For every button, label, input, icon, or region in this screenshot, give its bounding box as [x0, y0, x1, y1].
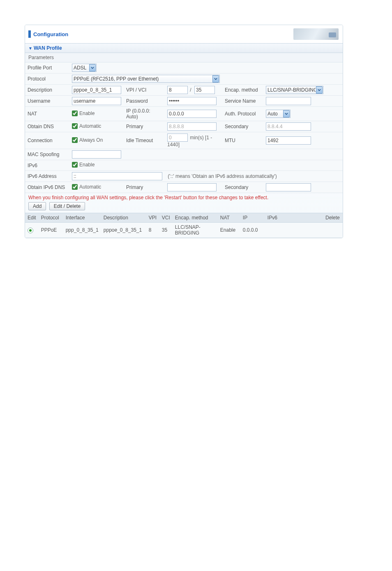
- th-interface: Interface: [63, 213, 101, 223]
- cell-vpi: 8: [146, 223, 159, 238]
- panel-title-row: Configuration: [25, 25, 343, 43]
- username-input[interactable]: [72, 97, 121, 105]
- encap-select-wrap[interactable]: LLC/SNAP-BRIDGING: [266, 86, 323, 94]
- th-ipv6: IPv6: [265, 213, 323, 223]
- th-ip: IP: [240, 213, 265, 223]
- label-description: Description: [25, 85, 69, 96]
- label-protocol: Protocol: [25, 74, 69, 85]
- label-obtain-ipv6-dns: Obtain IPv6 DNS: [25, 182, 69, 193]
- restart-note: When you finish configuring all WAN sett…: [25, 193, 343, 201]
- cell-encap: LLC/SNAP-BRIDGING: [173, 223, 218, 238]
- ip-input[interactable]: [167, 110, 217, 118]
- label-secondary-dns: Secondary: [222, 121, 263, 132]
- caret-down-icon: ▼: [28, 46, 32, 51]
- label-ipv6-address: IPv6 Address: [25, 171, 69, 182]
- th-protocol: Protocol: [39, 213, 63, 223]
- ipv6-enable-checkbox[interactable]: Enable: [72, 162, 95, 168]
- ipv6-address-input[interactable]: [72, 172, 162, 180]
- label-primary-dns: Primary: [124, 121, 165, 132]
- mac-spoofing-input[interactable]: [72, 150, 121, 159]
- automatic-text: Automatic: [79, 184, 101, 190]
- th-nat: NAT: [218, 213, 240, 223]
- edit-delete-button[interactable]: Edit / Delete: [49, 202, 85, 210]
- obtain-ipv6-dns-checkbox[interactable]: Automatic: [72, 184, 101, 190]
- wan-profile-header[interactable]: ▼WAN Profile: [25, 43, 343, 53]
- auth-protocol-select-wrap[interactable]: Auto: [266, 110, 290, 118]
- obtain-dns-checkbox[interactable]: Automatic: [72, 123, 101, 129]
- table-row: PPPoE ppp_0_8_35_1 pppoe_0_8_35_1 8 35 L…: [25, 223, 343, 238]
- ipv6-secondary-input[interactable]: [266, 183, 311, 191]
- connection-always-on-checkbox[interactable]: Always On: [72, 137, 103, 143]
- label-nat: NAT: [25, 107, 69, 121]
- password-input[interactable]: [167, 97, 217, 105]
- protocol-select[interactable]: PPPoE (RFC2516, PPP over Ethernet): [72, 75, 220, 83]
- cell-nat: Enable: [218, 223, 240, 238]
- th-vci: VCI: [159, 213, 173, 223]
- th-vpi: VPI: [146, 213, 159, 223]
- mtu-input[interactable]: [266, 136, 311, 145]
- automatic-text: Automatic: [79, 123, 101, 129]
- add-button[interactable]: Add: [28, 202, 46, 210]
- description-input[interactable]: [72, 86, 121, 94]
- nat-enable-checkbox[interactable]: Enable: [72, 111, 95, 116]
- vci-input[interactable]: [194, 86, 215, 94]
- cell-ipv6: [265, 223, 323, 238]
- profile-port-select[interactable]: ADSL: [72, 64, 97, 72]
- label-ipv6-primary: Primary: [124, 182, 165, 193]
- label-encap: Encap. method: [222, 85, 263, 96]
- secondary-dns-input[interactable]: [266, 122, 311, 131]
- cell-description: pppoe_0_8_35_1: [101, 223, 146, 238]
- cell-protocol: PPPoE: [39, 223, 63, 238]
- label-obtain-dns: Obtain DNS: [25, 121, 69, 132]
- label-auth-protocol: Auth. Protocol: [222, 107, 263, 121]
- label-password: Password: [124, 96, 165, 107]
- th-delete: Delete: [323, 213, 343, 223]
- th-description: Description: [101, 213, 146, 223]
- section-title: WAN Profile: [34, 45, 62, 51]
- ipv6-hint: ('::' means 'Obtain an IPv6 address auto…: [168, 173, 277, 179]
- profile-port-select-wrap[interactable]: ADSL: [72, 64, 96, 72]
- accent-bar: [28, 30, 31, 38]
- cell-delete: [323, 223, 343, 238]
- primary-dns-input[interactable]: [167, 122, 217, 131]
- label-service-name: Service Name: [222, 96, 263, 107]
- protocol-select-wrap[interactable]: PPPoE (RFC2516, PPP over Ethernet): [72, 75, 219, 83]
- wan-list-table: Edit Protocol Interface Description VPI …: [25, 213, 343, 238]
- service-name-input[interactable]: [266, 97, 311, 105]
- label-mac-spoofing: MAC Spoofing: [25, 149, 69, 160]
- cell-ip: 0.0.0.0: [240, 223, 265, 238]
- th-encap: Encap. method: [173, 213, 218, 223]
- always-on-text: Always On: [79, 137, 103, 143]
- label-ipv6-secondary: Secondary: [222, 182, 263, 193]
- encap-select[interactable]: LLC/SNAP-BRIDGING: [266, 86, 323, 94]
- label-mtu: MTU: [222, 132, 263, 149]
- header-image: [293, 28, 339, 40]
- cell-interface: ppp_0_8_35_1: [63, 223, 101, 238]
- label-idle-timeout: Idle Timeout: [124, 132, 165, 149]
- label-ipv6: IPv6: [25, 160, 69, 171]
- enable-text: Enable: [79, 111, 95, 116]
- label-vpi-vci: VPI / VCI: [124, 85, 165, 96]
- label-ip-auto: IP (0.0.0.0: Auto): [124, 107, 165, 121]
- vpi-input[interactable]: [167, 86, 188, 94]
- slash-separator: /: [190, 87, 191, 93]
- cell-vci: 35: [159, 223, 173, 238]
- config-panel: Configuration ▼WAN Profile Parameters Pr…: [25, 25, 343, 238]
- label-username: Username: [25, 96, 69, 107]
- idle-timeout-input[interactable]: [167, 134, 188, 142]
- button-row: Add Edit / Delete: [25, 201, 343, 213]
- ipv6-primary-input[interactable]: [167, 183, 217, 191]
- edit-radio[interactable]: [28, 228, 33, 233]
- enable-text: Enable: [79, 162, 95, 168]
- parameters-form: Profile Port ADSL Protocol PPPo: [25, 62, 343, 193]
- auth-protocol-select[interactable]: Auto: [266, 110, 291, 118]
- page-title: Configuration: [33, 31, 68, 37]
- label-profile-port: Profile Port: [25, 62, 69, 74]
- parameters-subhead: Parameters: [25, 53, 343, 62]
- label-connection: Connection: [25, 132, 69, 149]
- th-edit: Edit: [25, 213, 39, 223]
